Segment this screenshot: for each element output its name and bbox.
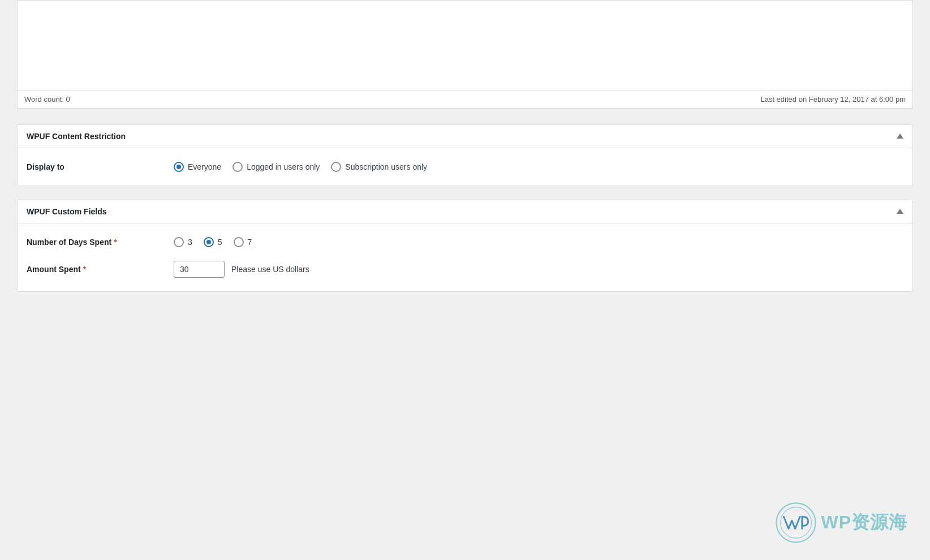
content-restriction-toggle[interactable] <box>897 132 903 140</box>
custom-fields-header[interactable]: WPUF Custom Fields <box>18 200 912 223</box>
last-edited: Last edited on February 12, 2017 at 6:00… <box>760 95 906 104</box>
svg-point-0 <box>777 503 816 542</box>
days-required-star: * <box>114 238 117 247</box>
radio-5-input[interactable] <box>204 237 214 247</box>
radio-option-everyone[interactable]: Everyone <box>174 162 221 172</box>
display-to-row: Display to Everyone Logged in users only <box>27 162 903 172</box>
radio-3-label: 3 <box>188 238 192 247</box>
radio-option-logged-in[interactable]: Logged in users only <box>232 162 320 172</box>
custom-fields-title: WPUF Custom Fields <box>27 207 107 216</box>
radio-option-3[interactable]: 3 <box>174 237 192 247</box>
editor-status-bar: Word count: 0 Last edited on February 12… <box>17 91 913 109</box>
watermark-text: WP资源海 <box>821 510 907 535</box>
radio-subscription-label: Subscription users only <box>345 162 427 171</box>
radio-3-input[interactable] <box>174 237 184 247</box>
days-spent-row: Number of Days Spent* 3 5 <box>27 237 903 247</box>
radio-logged-in-input[interactable] <box>232 162 243 172</box>
radio-everyone-label: Everyone <box>188 162 221 171</box>
collapse-icon-2 <box>897 209 903 214</box>
amount-required-star: * <box>83 265 86 274</box>
radio-option-7[interactable]: 7 <box>234 237 252 247</box>
content-restriction-title: WPUF Content Restriction <box>27 132 126 141</box>
amount-spent-label: Amount Spent* <box>27 265 174 274</box>
wordpress-logo <box>776 502 816 543</box>
custom-fields-toggle[interactable] <box>897 208 903 216</box>
days-spent-label: Number of Days Spent* <box>27 238 174 247</box>
radio-option-subscription[interactable]: Subscription users only <box>331 162 427 172</box>
display-to-label: Display to <box>27 162 174 171</box>
page-wrapper: Word count: 0 Last edited on February 12… <box>0 0 930 292</box>
radio-everyone-input[interactable] <box>174 162 184 172</box>
watermark: WP资源海 <box>776 502 907 543</box>
custom-fields-body: Number of Days Spent* 3 5 <box>18 223 912 291</box>
radio-subscription-input[interactable] <box>331 162 341 172</box>
editor-area <box>17 0 913 91</box>
radio-7-input[interactable] <box>234 237 244 247</box>
svg-point-1 <box>781 507 812 539</box>
content-restriction-metabox: WPUF Content Restriction Display to Ever… <box>17 124 913 186</box>
custom-fields-metabox: WPUF Custom Fields Number of Days Spent*… <box>17 200 913 292</box>
amount-spent-input[interactable]: 30 <box>174 261 225 278</box>
radio-7-label: 7 <box>248 238 252 247</box>
collapse-icon <box>897 133 903 139</box>
content-restriction-header[interactable]: WPUF Content Restriction <box>18 125 912 148</box>
amount-hint: Please use US dollars <box>231 265 309 274</box>
radio-option-5[interactable]: 5 <box>204 237 222 247</box>
word-count: Word count: 0 <box>24 95 70 104</box>
radio-5-label: 5 <box>218 238 222 247</box>
amount-spent-row: Amount Spent* 30 Please use US dollars <box>27 261 903 278</box>
content-restriction-body: Display to Everyone Logged in users only <box>18 148 912 186</box>
radio-logged-in-label: Logged in users only <box>247 162 320 171</box>
days-radio-group: 3 5 7 <box>174 237 252 247</box>
display-to-radio-group: Everyone Logged in users only Subscripti… <box>174 162 427 172</box>
